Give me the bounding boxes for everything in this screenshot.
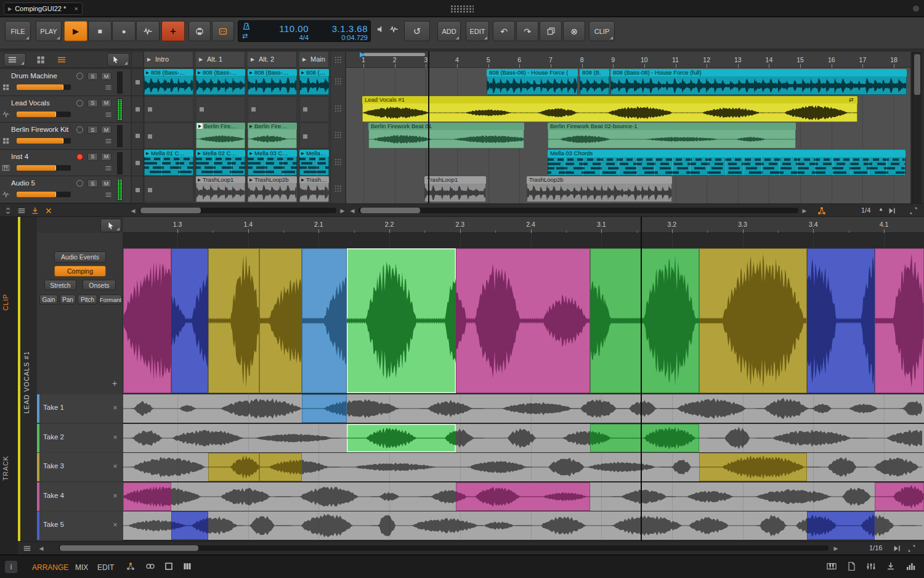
volume-slider[interactable]	[17, 112, 71, 117]
pitch-button[interactable]: Pitch	[78, 295, 97, 304]
track-stop-slot[interactable]	[132, 150, 143, 177]
launcher-empty-slot[interactable]	[299, 123, 329, 149]
clip-play-icon[interactable]: ▶	[198, 151, 203, 157]
comp-segment[interactable]	[259, 248, 302, 393]
clip-play-icon[interactable]: ▶	[146, 70, 151, 76]
take-lane-header[interactable]: Take 3×	[37, 453, 123, 481]
comp-lane[interactable]	[123, 248, 924, 393]
take-lane[interactable]	[123, 424, 924, 452]
position-bars[interactable]: 3.1.3.68	[311, 23, 368, 34]
take-used-region[interactable]	[590, 424, 699, 452]
pan-button[interactable]: Pan	[60, 295, 76, 304]
fit-arranger-icon[interactable]	[909, 206, 918, 215]
transport-display[interactable]: ⇄ 110.00 4/4 3.1.3.68 0:04.729	[238, 20, 371, 42]
scene-header[interactable]: ▶Main	[299, 52, 329, 68]
transport-record-button[interactable]: ●	[112, 21, 136, 41]
record-arm-button[interactable]	[76, 100, 83, 107]
undo-button[interactable]: ↶	[493, 21, 515, 41]
arranger-clip[interactable]: 808 (Bass-08) - House Force (full)	[610, 69, 907, 95]
track-height-icon[interactable]	[4, 206, 12, 215]
take-lane-header[interactable]: Take 5×	[37, 511, 123, 540]
mute-button[interactable]: M	[101, 72, 111, 80]
take-used-region[interactable]	[699, 453, 807, 481]
launcher-clip[interactable]: ▶808 (…	[299, 69, 329, 95]
clip-launcher[interactable]: ▶Intro▶Alt. 1▶Alt. 2▶Main▶808 (Bass-…▶80…	[144, 52, 345, 203]
comp-segment[interactable]	[699, 248, 807, 393]
solo-button[interactable]: S	[87, 179, 98, 187]
grid-view-icon[interactable]	[36, 55, 46, 65]
volume-slider[interactable]	[17, 138, 71, 144]
lane-layers-icon[interactable]	[23, 544, 31, 553]
keyboard-panel-icon[interactable]	[827, 561, 837, 571]
launcher-view-menu-button[interactable]	[4, 53, 26, 67]
tab-clip[interactable]: CLIP	[2, 280, 15, 324]
launcher-clip[interactable]: ▶Trash…	[299, 176, 329, 202]
scene-header[interactable]: ▶Alt. 2	[248, 52, 297, 68]
stretch-button[interactable]: Stretch	[44, 280, 76, 290]
track-menu-icon[interactable]	[103, 84, 113, 91]
scene-header[interactable]: ▶Intro	[144, 52, 193, 68]
comp-segment[interactable]	[302, 248, 347, 393]
take-lane[interactable]	[123, 394, 924, 423]
track-header[interactable]: Berlin Firework KitSM	[0, 123, 131, 150]
volume-slider[interactable]	[17, 165, 71, 171]
timeline-scroll-left[interactable]: ◀	[349, 206, 356, 215]
formant-button[interactable]: Formant	[99, 295, 122, 304]
mute-button[interactable]: M	[101, 153, 111, 161]
clip-play-icon[interactable]: ▶	[146, 151, 151, 157]
track-menu-icon[interactable]	[103, 111, 113, 118]
launcher-clip[interactable]: ▶808 (Bass-…	[196, 69, 245, 95]
clip-play-icon[interactable]: ▶	[249, 124, 254, 129]
row-drag-handle-icon[interactable]	[333, 184, 342, 193]
fill-mode-button[interactable]	[212, 21, 234, 41]
arranger-vscroll-thumb[interactable]	[914, 54, 920, 95]
scene-play-icon[interactable]: ▶	[302, 57, 309, 64]
comp-segment[interactable]	[875, 248, 924, 393]
take-used-region[interactable]	[259, 453, 302, 481]
track-menu-icon[interactable]	[103, 191, 113, 198]
take-remove-button[interactable]: ×	[111, 433, 120, 442]
clip-play-icon[interactable]: ▶	[198, 177, 203, 183]
tab-arrange[interactable]: ARRANGE	[32, 563, 68, 572]
scene-link-icon[interactable]	[817, 206, 827, 216]
take-used-region[interactable]	[347, 424, 456, 452]
gain-button[interactable]: Gain	[39, 295, 58, 304]
mute-button[interactable]: M	[101, 126, 111, 134]
track-header[interactable]: Drum MachineSM	[0, 69, 131, 96]
play-menu-button[interactable]: PLAY	[36, 21, 62, 41]
record-arm-button[interactable]	[76, 180, 83, 187]
take-used-region[interactable]	[807, 511, 875, 540]
scene-play-icon[interactable]: ▶	[251, 57, 257, 64]
launcher-empty-slot[interactable]	[144, 96, 193, 122]
take-lane-header[interactable]: Take 1×	[37, 394, 123, 423]
delete-button[interactable]: ⊗	[563, 21, 585, 41]
time-signature[interactable]: 4/4	[257, 34, 309, 41]
arranger-clip[interactable]: Lead Vocals #1⇄	[362, 96, 857, 122]
arranger-clip[interactable]: Berlin Firework Beat 02-bounce-1	[548, 123, 796, 149]
track-stop-slot[interactable]	[132, 96, 143, 123]
download-panel-icon[interactable]	[886, 561, 896, 571]
arranger-clip[interactable]: 808 (B…	[580, 69, 609, 95]
track-list-icon[interactable]	[17, 206, 26, 215]
track-menu-icon[interactable]	[103, 165, 113, 172]
take-lane[interactable]	[123, 482, 924, 511]
timeline-hscrollbar[interactable]	[359, 208, 798, 213]
comp-segment[interactable]	[123, 248, 171, 393]
launcher-empty-slot[interactable]	[299, 96, 329, 122]
track-header[interactable]: Audio 5SM	[0, 176, 131, 203]
notes-panel-icon[interactable]	[846, 561, 856, 571]
tempo-value[interactable]: 110.00	[257, 23, 309, 34]
comp-segment[interactable]	[347, 248, 456, 393]
take-lane[interactable]	[123, 511, 924, 540]
launcher-hscroll-thumb[interactable]	[140, 208, 201, 213]
scene-play-icon[interactable]: ▶	[199, 57, 205, 64]
add-lane-button[interactable]: +	[110, 378, 120, 388]
comp-segment[interactable]	[456, 248, 590, 393]
groove-icon[interactable]	[389, 25, 399, 34]
tab-track[interactable]: TRACK	[2, 447, 15, 490]
take-lane[interactable]	[123, 453, 924, 481]
solo-button[interactable]: S	[87, 99, 98, 107]
editor-scroll-left[interactable]: ◀	[38, 544, 45, 553]
snap-playhead-icon[interactable]	[888, 206, 896, 215]
add-menu-button[interactable]: ADD	[437, 21, 461, 41]
